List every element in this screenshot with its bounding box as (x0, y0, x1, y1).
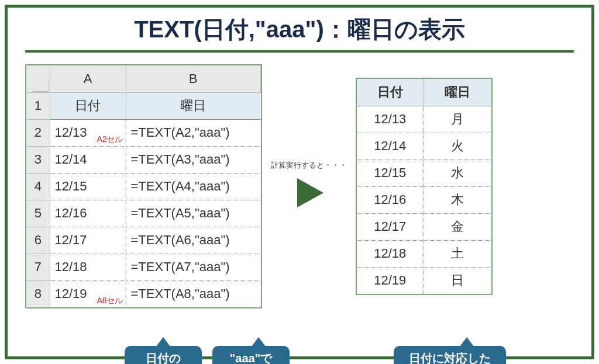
r-date: 12/15 (357, 160, 424, 186)
row-header: 8 (26, 280, 50, 307)
r-date: 12/16 (357, 186, 424, 213)
r-date: 12/17 (357, 213, 424, 240)
r-date: 12/14 (357, 133, 424, 160)
r-header-day: 曜日 (424, 79, 491, 106)
r-day: 水 (424, 160, 491, 186)
slide-title: TEXT(日付,"aaa")：曜日の表示 (25, 13, 574, 53)
play-arrow-icon (291, 175, 326, 210)
r-day: 日 (424, 267, 491, 294)
row-header: 7 (26, 254, 50, 280)
svg-marker-0 (297, 178, 323, 207)
row-header: 1 (26, 92, 50, 119)
callout-tail-icon (252, 337, 266, 346)
cell-annotation: A8セル (97, 296, 123, 306)
r-date: 12/13 (357, 106, 424, 133)
row-header: 4 (26, 173, 50, 200)
r-day: 月 (424, 106, 491, 133)
callout-tail-icon (460, 337, 474, 346)
row-header: 2 (26, 119, 50, 146)
formula-cell: =TEXT(A5,"aaa") (126, 200, 260, 227)
date-cell: 12/18 (50, 254, 126, 280)
formula-cell: =TEXT(A6,"aaa") (126, 227, 260, 254)
callout-aaa-format: "aaa"で 曜日の表示 (212, 346, 290, 364)
result-table: 日付 曜日 12/13月 12/14火 12/15水 12/16木 12/17金… (356, 78, 493, 295)
formula-cell: =TEXT(A2,"aaa") (126, 119, 260, 146)
formula-cell: =TEXT(A4,"aaa") (126, 173, 260, 200)
r-day: 土 (424, 240, 491, 267)
row-header: 5 (26, 200, 50, 227)
col-header-a: A (50, 65, 126, 92)
callout-select-cell: 日付の セルを選択 (125, 346, 202, 364)
slide-frame: TEXT(日付,"aaa")：曜日の表示 A B 1 日付 曜日 2 12/13… (5, 5, 594, 359)
content-area: A B 1 日付 曜日 2 12/13A2セル =TEXT(A2,"aaa") … (25, 64, 574, 308)
callout-result: 日付に対応した 曜日が表示される (394, 346, 506, 364)
date-cell: 12/16 (50, 200, 126, 227)
date-cell: 12/13A2セル (50, 119, 126, 146)
col-header-b: B (126, 65, 260, 92)
r-day: 火 (424, 133, 491, 160)
arrow-label: 計算実行すると・・・ (271, 160, 347, 171)
formula-cell: =TEXT(A8,"aaa") (126, 280, 260, 307)
r-day: 金 (424, 213, 491, 240)
date-cell: 12/15 (50, 173, 126, 200)
formula-cell: =TEXT(A7,"aaa") (126, 254, 260, 280)
date-cell: 12/19A8セル (50, 280, 126, 307)
select-all-corner (26, 65, 50, 92)
row-header: 3 (26, 146, 50, 173)
callout-tail-icon (156, 337, 170, 346)
row-header: 6 (26, 227, 50, 254)
r-header-date: 日付 (357, 79, 424, 106)
cell-annotation: A2セル (97, 134, 123, 145)
date-cell: 12/14 (50, 146, 126, 173)
formula-cell: =TEXT(A3,"aaa") (126, 146, 260, 173)
formula-table: A B 1 日付 曜日 2 12/13A2セル =TEXT(A2,"aaa") … (25, 64, 262, 308)
r-date: 12/18 (357, 240, 424, 267)
r-date: 12/19 (357, 267, 424, 294)
date-cell: 12/17 (50, 227, 126, 254)
arrow-area: 計算実行すると・・・ (271, 160, 347, 213)
r-day: 木 (424, 186, 491, 213)
header-date: 日付 (50, 92, 126, 119)
header-day: 曜日 (126, 92, 260, 119)
